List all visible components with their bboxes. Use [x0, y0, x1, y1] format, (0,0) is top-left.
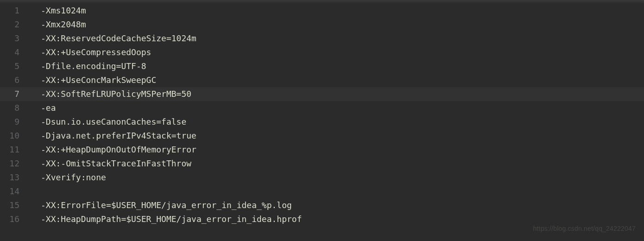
- code-line[interactable]: 4 -XX:+UseCompressedOops: [0, 45, 644, 59]
- code-line[interactable]: 11 -XX:+HeapDumpOnOutOfMemoryError: [0, 143, 644, 157]
- line-number: 1: [0, 4, 28, 18]
- code-line[interactable]: 14: [0, 184, 644, 198]
- code-text[interactable]: -Xmx2048m: [28, 18, 644, 32]
- line-number: 5: [0, 59, 28, 73]
- code-text[interactable]: -Dfile.encoding=UTF-8: [28, 59, 644, 73]
- code-text[interactable]: -ea: [28, 101, 644, 115]
- code-text[interactable]: -XX:SoftRefLRUPolicyMSPerMB=50: [28, 87, 644, 101]
- code-line[interactable]: 5 -Dfile.encoding=UTF-8: [0, 59, 644, 73]
- code-line[interactable]: 12 -XX:-OmitStackTraceInFastThrow: [0, 157, 644, 171]
- code-text[interactable]: -XX:+HeapDumpOnOutOfMemoryError: [28, 143, 644, 157]
- line-number: 2: [0, 18, 28, 32]
- line-number: 7: [0, 87, 28, 101]
- code-line[interactable]: 9 -Dsun.io.useCanonCaches=false: [0, 115, 644, 129]
- code-text[interactable]: -XX:-OmitStackTraceInFastThrow: [28, 157, 644, 171]
- line-number: 15: [0, 198, 28, 212]
- line-number: 16: [0, 212, 28, 226]
- line-number: 3: [0, 32, 28, 45]
- line-number: 14: [0, 184, 28, 198]
- code-line[interactable]: 8 -ea: [0, 101, 644, 115]
- editor-top-shadow: [0, 0, 644, 4]
- line-number: 13: [0, 171, 28, 184]
- code-line[interactable]: 10 -Djava.net.preferIPv4Stack=true: [0, 129, 644, 143]
- code-text[interactable]: -Dsun.io.useCanonCaches=false: [28, 115, 644, 129]
- code-text[interactable]: -XX:ErrorFile=$USER_HOME/java_error_in_i…: [28, 198, 644, 212]
- code-line[interactable]: 3 -XX:ReservedCodeCacheSize=1024m: [0, 32, 644, 45]
- line-number: 11: [0, 143, 28, 157]
- line-number: 12: [0, 157, 28, 171]
- watermark-text: https://blog.csdn.net/qq_24222047: [533, 222, 636, 235]
- code-line[interactable]: 2 -Xmx2048m: [0, 18, 644, 32]
- line-number: 4: [0, 45, 28, 59]
- code-line[interactable]: 6 -XX:+UseConcMarkSweepGC: [0, 73, 644, 87]
- code-line-current[interactable]: 7 -XX:SoftRefLRUPolicyMSPerMB=50: [0, 87, 644, 101]
- code-line[interactable]: 15 -XX:ErrorFile=$USER_HOME/java_error_i…: [0, 198, 644, 212]
- line-number: 6: [0, 73, 28, 87]
- code-line[interactable]: 1 -Xms1024m: [0, 4, 644, 18]
- line-number: 8: [0, 101, 28, 115]
- line-number: 10: [0, 129, 28, 143]
- code-text[interactable]: -XX:+UseCompressedOops: [28, 45, 644, 59]
- code-text[interactable]: -Djava.net.preferIPv4Stack=true: [28, 129, 644, 143]
- code-editor[interactable]: 1 -Xms1024m 2 -Xmx2048m 3 -XX:ReservedCo…: [0, 4, 644, 226]
- code-text[interactable]: -XX:ReservedCodeCacheSize=1024m: [28, 32, 644, 45]
- code-line[interactable]: 13 -Xverify:none: [0, 171, 644, 184]
- code-text[interactable]: -XX:+UseConcMarkSweepGC: [28, 73, 644, 87]
- line-number: 9: [0, 115, 28, 129]
- code-text[interactable]: -Xms1024m: [28, 4, 644, 18]
- code-text[interactable]: [28, 184, 644, 198]
- code-text[interactable]: -Xverify:none: [28, 171, 644, 184]
